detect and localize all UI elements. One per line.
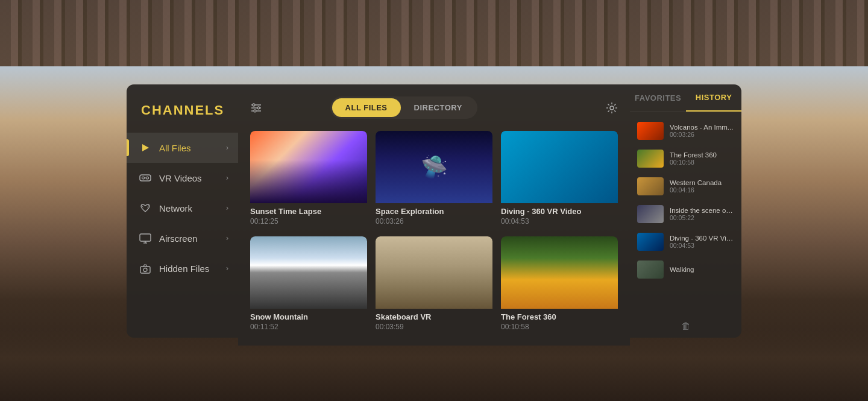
history-item-volcano[interactable]: Volcanos - An Imm... 00:03:26 (630, 117, 741, 145)
video-info-diving: Diving - 360 VR Video 00:04:53 (501, 203, 618, 228)
svg-point-16 (610, 106, 614, 110)
history-thumb-diving360 (637, 233, 664, 251)
svg-rect-5 (140, 234, 151, 241)
svg-point-13 (253, 104, 255, 106)
history-thumb-walking (637, 260, 664, 279)
video-duration-skate: 00:03:59 (376, 323, 492, 331)
history-info-inside: Inside the scene of ... 00:05:22 (670, 207, 734, 221)
svg-point-2 (142, 177, 145, 179)
svg-point-9 (143, 268, 147, 271)
tab-all-files[interactable]: ALL FILES (332, 98, 401, 117)
history-title-inside: Inside the scene of ... (670, 207, 734, 214)
history-info-volcano: Volcanos - An Imm... 00:03:26 (670, 124, 734, 138)
thumbnail-diving (501, 131, 618, 203)
history-duration-western: 00:04:16 (670, 186, 734, 194)
tab-favorites[interactable]: FAVORITES (630, 85, 686, 111)
history-info-forest360: The Forest 360 00:10:58 (670, 151, 734, 166)
nav-item-vr-videos[interactable]: VR Videos › (127, 163, 238, 193)
nav-label-all-files: All Files (159, 143, 226, 153)
nav-item-hidden-files[interactable]: Hidden Files › (127, 253, 238, 283)
video-card-sunset[interactable]: Sunset Time Lapse 00:12:25 (250, 131, 367, 228)
network-icon (139, 201, 152, 215)
history-item-diving360[interactable]: Diving - 360 VR Video 00:04:53 (630, 228, 741, 256)
tab-history[interactable]: HISTORY (686, 84, 741, 112)
svg-point-15 (254, 110, 256, 112)
history-title-western: Western Canada (670, 179, 734, 186)
history-title-diving360: Diving - 360 VR Video (670, 235, 734, 242)
video-duration-diving: 00:04:53 (501, 217, 618, 226)
video-duration-space: 00:03:26 (376, 217, 492, 226)
history-item-forest360[interactable]: The Forest 360 00:10:58 (630, 145, 741, 172)
thumbnail-space (376, 131, 492, 203)
camera-icon (139, 262, 152, 275)
thumbnail-skate (376, 236, 492, 309)
svg-point-14 (257, 107, 260, 109)
arrow-icon-hidden-files: › (226, 264, 228, 273)
channels-title: CHANNELS (127, 103, 238, 133)
svg-marker-0 (142, 144, 149, 151)
vr-icon (139, 171, 152, 185)
nav-label-network: Network (159, 203, 226, 213)
video-duration-forest: 00:10:58 (501, 323, 618, 331)
video-info-space: Space Exploration 00:03:26 (376, 203, 492, 228)
video-title-space: Space Exploration (376, 207, 492, 216)
nav-label-airscreen: Airscreen (159, 233, 226, 244)
right-panel-header: FAVORITES HISTORY (630, 84, 741, 112)
history-info-diving360: Diving - 360 VR Video 00:04:53 (670, 235, 734, 249)
history-thumb-western (637, 177, 664, 195)
thumbnail-forest (501, 236, 618, 309)
nav-label-hidden-files: Hidden Files (159, 264, 226, 274)
history-item-walking[interactable]: Walking (630, 256, 741, 283)
video-info-forest: The Forest 360 00:10:58 (501, 309, 618, 333)
monitor-icon (139, 232, 152, 245)
video-card-forest[interactable]: The Forest 360 00:10:58 (501, 236, 618, 333)
svg-point-3 (146, 177, 149, 179)
arrow-icon-vr-videos: › (226, 174, 228, 182)
history-item-western[interactable]: Western Canada 00:04:16 (630, 172, 741, 200)
arrow-icon-all-files: › (226, 144, 228, 152)
video-info-sunset: Sunset Time Lapse 00:12:25 (250, 203, 367, 228)
history-info-western: Western Canada 00:04:16 (670, 179, 734, 194)
nav-item-network[interactable]: Network › (127, 193, 238, 223)
history-duration-forest360: 00:10:58 (670, 159, 734, 166)
center-header: ALL FILES DIRECTORY (250, 96, 618, 119)
history-duration-volcano: 00:03:26 (670, 131, 734, 138)
video-title-mountain: Snow Mountain (250, 312, 367, 321)
video-info-skate: Skateboard VR 00:03:59 (376, 309, 492, 333)
nav-item-all-files[interactable]: All Files › (127, 133, 238, 163)
settings-icon[interactable] (606, 102, 618, 114)
left-panel: CHANNELS All Files › VR Video (127, 84, 238, 338)
tab-group: ALL FILES DIRECTORY (330, 96, 477, 119)
video-card-mountain[interactable]: Snow Mountain 00:11:52 (250, 236, 367, 333)
nav-item-airscreen[interactable]: Airscreen › (127, 223, 238, 253)
delete-button[interactable]: 🗑 (630, 315, 741, 338)
video-card-skate[interactable]: Skateboard VR 00:03:59 (376, 236, 492, 333)
tab-directory[interactable]: DIRECTORY (401, 98, 476, 117)
history-info-walking: Walking (670, 266, 734, 273)
video-title-forest: The Forest 360 (501, 312, 618, 321)
arrow-icon-airscreen: › (226, 234, 228, 242)
history-thumb-forest360 (637, 150, 664, 168)
video-title-sunset: Sunset Time Lapse (250, 207, 367, 216)
history-thumb-volcano (637, 122, 664, 140)
video-grid: Sunset Time Lapse 00:12:25 Space Explora… (250, 131, 618, 333)
history-title-walking: Walking (670, 266, 734, 273)
history-item-inside[interactable]: Inside the scene of ... 00:05:22 (630, 200, 741, 228)
filter-icon[interactable] (250, 103, 262, 113)
active-indicator (127, 139, 129, 156)
right-panel: FAVORITES HISTORY Volcanos - An Imm... 0… (630, 84, 741, 338)
history-duration-inside: 00:05:22 (670, 214, 734, 221)
arrow-icon-network: › (226, 204, 228, 212)
svg-rect-8 (140, 267, 150, 273)
video-card-space[interactable]: Space Exploration 00:03:26 (376, 131, 492, 228)
nav-label-vr-videos: VR Videos (159, 173, 226, 183)
ceiling-decoration (0, 0, 868, 66)
video-duration-mountain: 00:11:52 (250, 323, 367, 331)
video-duration-sunset: 00:12:25 (250, 217, 367, 226)
video-card-diving[interactable]: Diving - 360 VR Video 00:04:53 (501, 131, 618, 228)
thumbnail-mountain (250, 236, 367, 309)
video-info-mountain: Snow Mountain 00:11:52 (250, 309, 367, 333)
main-container: CHANNELS All Files › VR Video (127, 84, 741, 346)
play-icon (139, 141, 152, 154)
video-title-skate: Skateboard VR (376, 312, 492, 321)
